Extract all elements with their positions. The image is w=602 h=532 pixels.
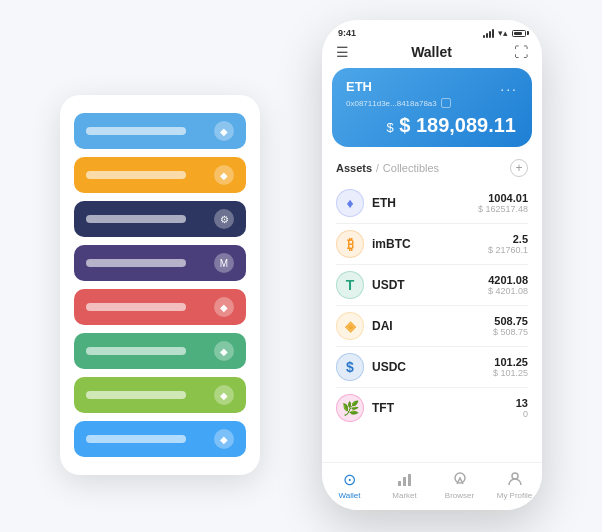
assets-header: Assets / Collectibles + xyxy=(322,155,542,183)
stack-card-icon-3: M xyxy=(214,253,234,273)
eth-amount: $ $ 189,089.11 xyxy=(346,114,518,137)
stack-card-2[interactable]: ⚙ xyxy=(74,201,246,237)
eth-address: 0x08711d3e...8418a78a3 xyxy=(346,98,518,108)
asset-item-eth[interactable]: ♦ETH1004.01$ 162517.48 xyxy=(322,183,542,223)
stack-card-1[interactable]: ◆ xyxy=(74,157,246,193)
nav-profile[interactable]: My Profile xyxy=(487,469,542,500)
stack-card-icon-1: ◆ xyxy=(214,165,234,185)
stack-card-icon-4: ◆ xyxy=(214,297,234,317)
stack-card-icon-7: ◆ xyxy=(214,429,234,449)
asset-name-imbtc: imBTC xyxy=(372,237,480,251)
stack-card-3[interactable]: M xyxy=(74,245,246,281)
market-nav-label: Market xyxy=(392,491,416,500)
asset-item-tft[interactable]: 🌿TFT130 xyxy=(322,388,542,428)
time: 9:41 xyxy=(338,28,356,38)
eth-card-more[interactable]: ... xyxy=(500,78,518,94)
asset-usd-tft: 0 xyxy=(516,409,528,419)
asset-icon-eth: ♦ xyxy=(336,189,364,217)
add-asset-button[interactable]: + xyxy=(510,159,528,177)
status-bar: 9:41 ▾▴ xyxy=(322,20,542,38)
stack-card-icon-0: ◆ xyxy=(214,121,234,141)
asset-amount-eth: 1004.01 xyxy=(478,192,528,204)
currency-symbol: $ xyxy=(386,120,397,135)
asset-usd-eth: $ 162517.48 xyxy=(478,204,528,214)
browser-nav-label: Browser xyxy=(445,491,474,500)
wallet-nav-icon: ⊙ xyxy=(340,469,360,489)
phone-mockup: 9:41 ▾▴ ☰ Wallet ⛶ ETH ... 0x08711d3e...… xyxy=(322,20,542,510)
nav-wallet[interactable]: ⊙ Wallet xyxy=(322,469,377,500)
asset-amount-usdt: 4201.08 xyxy=(488,274,528,286)
signal-icon xyxy=(483,29,494,38)
asset-amount-dai: 508.75 xyxy=(493,315,528,327)
tab-collectibles[interactable]: Collectibles xyxy=(383,162,439,174)
stack-card-icon-2: ⚙ xyxy=(214,209,234,229)
stack-card-icon-6: ◆ xyxy=(214,385,234,405)
svg-point-4 xyxy=(512,473,518,479)
asset-icon-dai: ◈ xyxy=(336,312,364,340)
page-title: Wallet xyxy=(411,44,452,60)
phone-header: ☰ Wallet ⛶ xyxy=(322,38,542,68)
asset-amount-tft: 13 xyxy=(516,397,528,409)
svg-rect-2 xyxy=(408,474,411,486)
asset-name-eth: ETH xyxy=(372,196,470,210)
profile-nav-icon xyxy=(505,469,525,489)
eth-card[interactable]: ETH ... 0x08711d3e...8418a78a3 $ $ 189,0… xyxy=(332,68,532,147)
assets-tabs: Assets / Collectibles xyxy=(336,162,439,174)
expand-icon[interactable]: ⛶ xyxy=(514,44,528,60)
asset-usd-dai: $ 508.75 xyxy=(493,327,528,337)
tab-assets[interactable]: Assets xyxy=(336,162,372,174)
card-stack: ◆◆⚙M◆◆◆◆ xyxy=(60,95,260,475)
copy-icon[interactable] xyxy=(441,98,451,108)
asset-item-usdt[interactable]: TUSDT4201.08$ 4201.08 xyxy=(322,265,542,305)
stack-card-5[interactable]: ◆ xyxy=(74,333,246,369)
asset-item-imbtc[interactable]: ₿imBTC2.5$ 21760.1 xyxy=(322,224,542,264)
stack-card-0[interactable]: ◆ xyxy=(74,113,246,149)
menu-icon[interactable]: ☰ xyxy=(336,44,349,60)
stack-card-7[interactable]: ◆ xyxy=(74,421,246,457)
market-nav-icon xyxy=(395,469,415,489)
wallet-nav-label: Wallet xyxy=(339,491,361,500)
asset-usd-usdc: $ 101.25 xyxy=(493,368,528,378)
nav-browser[interactable]: Browser xyxy=(432,469,487,500)
asset-amount-usdc: 101.25 xyxy=(493,356,528,368)
browser-nav-icon xyxy=(450,469,470,489)
asset-usd-imbtc: $ 21760.1 xyxy=(488,245,528,255)
asset-name-tft: TFT xyxy=(372,401,508,415)
battery-icon xyxy=(512,30,526,37)
asset-usd-usdt: $ 4201.08 xyxy=(488,286,528,296)
tab-divider: / xyxy=(376,163,379,174)
stack-card-4[interactable]: ◆ xyxy=(74,289,246,325)
asset-icon-usdc: $ xyxy=(336,353,364,381)
asset-item-dai[interactable]: ◈DAI508.75$ 508.75 xyxy=(322,306,542,346)
asset-name-usdc: USDC xyxy=(372,360,485,374)
bottom-nav: ⊙ Wallet Market Browser xyxy=(322,462,542,510)
stack-card-6[interactable]: ◆ xyxy=(74,377,246,413)
nav-market[interactable]: Market xyxy=(377,469,432,500)
wifi-icon: ▾▴ xyxy=(498,28,508,38)
asset-item-usdc[interactable]: $USDC101.25$ 101.25 xyxy=(322,347,542,387)
svg-rect-1 xyxy=(403,477,406,486)
asset-icon-imbtc: ₿ xyxy=(336,230,364,258)
asset-list: ♦ETH1004.01$ 162517.48₿imBTC2.5$ 21760.1… xyxy=(322,183,542,462)
asset-name-dai: DAI xyxy=(372,319,485,333)
asset-icon-tft: 🌿 xyxy=(336,394,364,422)
stack-card-icon-5: ◆ xyxy=(214,341,234,361)
asset-amount-imbtc: 2.5 xyxy=(488,233,528,245)
svg-rect-0 xyxy=(398,481,401,486)
profile-nav-label: My Profile xyxy=(497,491,533,500)
asset-icon-usdt: T xyxy=(336,271,364,299)
eth-card-label: ETH xyxy=(346,79,372,94)
asset-name-usdt: USDT xyxy=(372,278,480,292)
